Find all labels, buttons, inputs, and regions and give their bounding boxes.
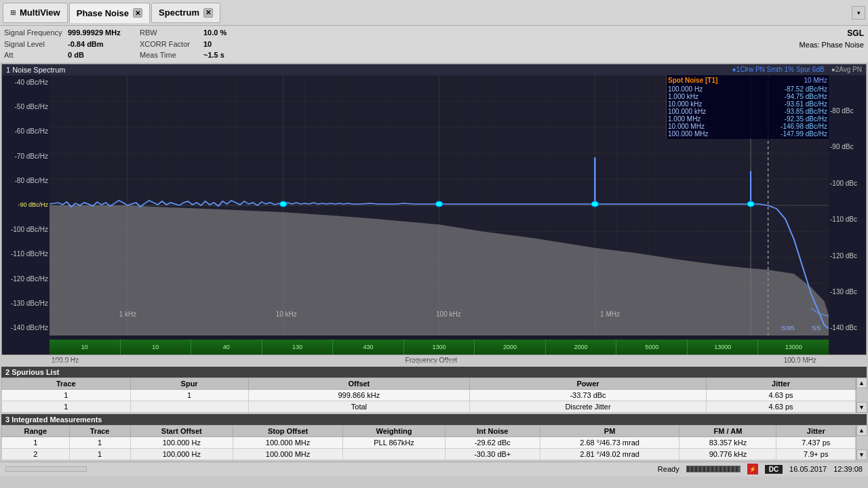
chart-plot[interactable]: S95 S5 Spot Noise [T1] 10 MHz 100.000 Hz… xyxy=(50,75,829,336)
col-power: Power xyxy=(470,378,707,389)
integrated-scroll-up[interactable]: ▲ xyxy=(856,425,867,436)
y-axis-left: -40 dBc/Hz -50 dBc/Hz -60 dBc/Hz -70 dBc… xyxy=(2,75,50,336)
int-0-fm-am: 83.357 kHz xyxy=(679,436,776,448)
int-0-jitter: 7.437 ps xyxy=(776,436,856,448)
integrated-scrollbar[interactable]: ▲ ▼ xyxy=(856,425,867,460)
integrated-scroll-down[interactable]: ▼ xyxy=(856,449,867,460)
int-row-0: 1 1 100.000 Hz 100.000 MHz PLL 867kHz -2… xyxy=(2,436,856,448)
freq-seg-9: 5000 xyxy=(616,340,688,354)
col-range: Range xyxy=(2,425,70,436)
legend-item2: ●2Avg PN xyxy=(831,66,862,73)
svg-point-49 xyxy=(747,201,754,206)
att-label: Att xyxy=(4,49,65,61)
integrated-measurements-content: Range Trace Start Offset Stop Offset Wei… xyxy=(1,425,867,460)
col-pm: PM xyxy=(540,425,679,436)
int-0-trace: 1 xyxy=(69,436,130,448)
spurious-scroll-down[interactable]: ▼ xyxy=(856,402,867,413)
y-right-4: -110 dBc xyxy=(830,216,865,223)
col-int-noise: Int Noise xyxy=(445,425,540,436)
int-0-start: 100.000 Hz xyxy=(130,436,233,448)
tab-phase-noise-close[interactable]: ✕ xyxy=(133,8,142,18)
spur-0-jitter: 4.63 ps xyxy=(707,389,856,401)
window-dropdown-button[interactable]: ▾ xyxy=(852,6,865,20)
overload-indicator[interactable]: ⚡ xyxy=(747,464,758,474)
overload-label: ⚡ xyxy=(749,466,756,472)
integrated-measurements-title: 3 Integrated Measurements xyxy=(5,415,102,424)
y-label-0: -40 dBc/Hz xyxy=(3,79,48,86)
spot-row-6: 100.000 MHz -147.99 dBc/Hz xyxy=(668,130,827,138)
spur-0-power: -33.73 dBc xyxy=(470,389,707,401)
int-1-start: 100.000 Hz xyxy=(130,448,233,460)
col-jitter: Jitter xyxy=(776,425,856,436)
tab-spectrum-label: Spectrum xyxy=(159,7,199,18)
spurious-list-title: 2 Spurious List xyxy=(5,368,59,376)
rbw-value: 10.0 % xyxy=(203,27,226,39)
y-label-9: -130 dBc/Hz xyxy=(3,300,48,307)
status-ready-label: Ready xyxy=(658,465,679,473)
tab-spectrum-close[interactable]: ✕ xyxy=(203,8,213,18)
dc-badge: DC xyxy=(765,465,783,474)
date-label: 16.05.2017 xyxy=(789,465,827,473)
time-label: 12:39:08 xyxy=(833,465,863,473)
freq-seg-6: 1300 xyxy=(404,340,475,354)
info-bar: Signal Frequency 999.99929 MHz Signal Le… xyxy=(0,26,868,62)
int-0-int-noise: -29.62 dBc xyxy=(445,436,540,448)
meas-time-label: Meas Time xyxy=(140,49,201,61)
frequency-bar: 10 10 40 130 430 1300 2000 2000 5000 130… xyxy=(50,340,829,354)
spurious-list-header: 2 Spurious List xyxy=(1,367,867,378)
chart-title: 1 Noise Spectrum xyxy=(6,66,65,74)
freq-seg-11: 13000 xyxy=(758,340,829,354)
y-label-5: -90 dBc/Hz xyxy=(3,201,48,208)
spurious-list-content: Trace Spur Offset Power Jitter 1 1 999.8… xyxy=(1,378,867,413)
chart-container: 1 Noise Spectrum ●1Clrw PN Smth 1% Spur … xyxy=(1,64,867,355)
spur-0-offset: 999.866 kHz xyxy=(248,389,469,401)
svg-point-47 xyxy=(435,201,442,206)
int-1-range: 2 xyxy=(2,448,70,460)
rbw-label: RBW xyxy=(140,27,201,39)
freq-end-label: 100.0 MHz xyxy=(796,359,829,367)
integrated-measurements-panel: 3 Integrated Measurements Range Trace St… xyxy=(1,414,867,460)
int-0-weight: PLL 867kHz xyxy=(343,436,446,448)
spur-1-spur xyxy=(130,401,248,412)
spur-1-offset: Total xyxy=(248,401,469,412)
y-label-8: -120 dBc/Hz xyxy=(3,275,48,283)
freq-center-label: Frequency Offset xyxy=(410,359,462,367)
tab-multiview[interactable]: ⊞ MultiView xyxy=(3,3,68,23)
spot-row-1: 1.000 kHz -94.75 dBc/Hz xyxy=(668,93,827,100)
svg-text:S5: S5 xyxy=(811,325,821,331)
int-1-trace: 1 xyxy=(69,448,130,460)
int-1-pm: 2.81 °/49.02 mrad xyxy=(540,448,679,460)
spot-row-3: 100.000 kHz -93.85 dBc/Hz xyxy=(668,108,827,115)
spot-row-0: 100.000 Hz -87.52 dBc/Hz xyxy=(668,85,827,93)
int-1-weight xyxy=(343,448,446,460)
legend-item1: ●1Clrw PN Smth 1% Spur 6dB xyxy=(732,66,825,73)
scroll-track[interactable] xyxy=(5,466,87,472)
freq-seg-7: 2000 xyxy=(475,340,546,354)
att-value: 0 dB xyxy=(68,49,84,61)
title-bar: ⊞ MultiView Phase Noise ✕ Spectrum ✕ ▾ xyxy=(0,0,868,26)
freq-seg-5: 430 xyxy=(333,340,404,354)
int-0-pm: 2.68 °/46.73 mrad xyxy=(540,436,679,448)
spur-row-0: 1 1 999.866 kHz -33.73 dBc 4.63 ps xyxy=(2,389,856,401)
info-col-right: SGL Meas: Phase Noise xyxy=(728,27,864,61)
y-label-10: -140 dBc/Hz xyxy=(3,324,48,331)
freq-seg-2: 10 xyxy=(121,340,192,354)
integrated-measurements-header: 3 Integrated Measurements xyxy=(1,414,867,425)
tab-spectrum[interactable]: Spectrum ✕ xyxy=(151,3,220,23)
freq-seg-4: 130 xyxy=(262,340,334,354)
col-start-offset: Start Offset xyxy=(130,425,233,436)
tab-phase-noise[interactable]: Phase Noise ✕ xyxy=(69,3,150,23)
col-spur: Spur xyxy=(130,378,248,389)
spot-row-4: 1.000 MHz -92.35 dBc/Hz xyxy=(668,115,827,123)
signal-freq-value: 999.99929 MHz xyxy=(68,27,121,39)
col-weighting: Weighting xyxy=(343,425,446,436)
xcorr-value: 10 xyxy=(203,39,212,50)
meas-type-label: Meas: Phase Noise xyxy=(728,39,864,51)
spurious-scrollbar[interactable]: ▲ ▼ xyxy=(856,378,867,413)
spurious-scroll-up[interactable]: ▲ xyxy=(856,378,867,388)
info-col-2: RBW 10.0 % XCORR Factor 10 Meas Time ~1.… xyxy=(140,27,275,61)
spur-0-spur: 1 xyxy=(130,389,248,401)
chart-legend: ●1Clrw PN Smth 1% Spur 6dB ●2Avg PN xyxy=(732,66,862,73)
spurious-table: Trace Spur Offset Power Jitter 1 1 999.8… xyxy=(1,378,856,413)
meas-time-value: ~1.5 s xyxy=(203,49,224,61)
